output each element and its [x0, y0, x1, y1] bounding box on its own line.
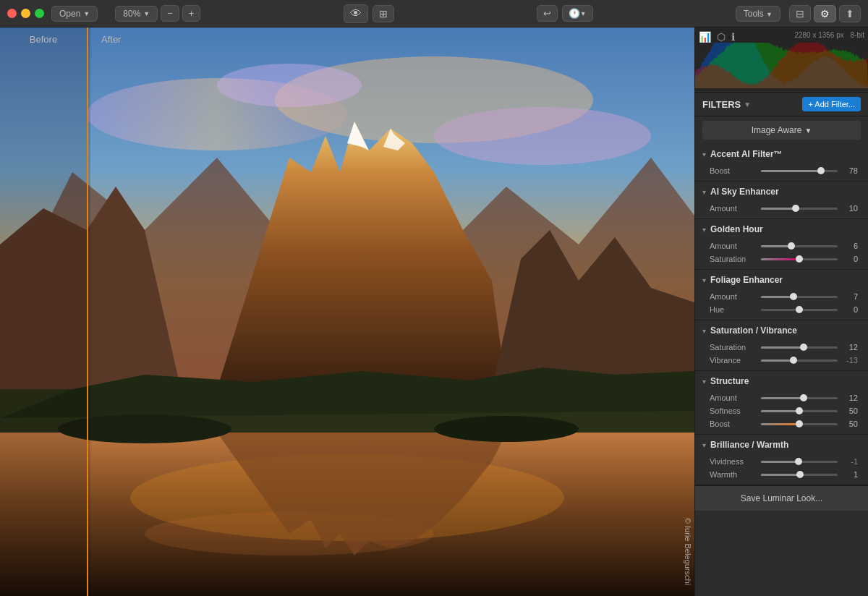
slider-track-6-1[interactable] — [761, 474, 838, 476]
slider-value-5-1: 50 — [842, 406, 858, 415]
slider-value-6-0: -1 — [842, 457, 858, 466]
slider-value-2-0: 6 — [842, 242, 858, 250]
slider-track-4-0[interactable] — [761, 346, 838, 349]
panel-header: FILTERS ▼ + Add Filter... — [695, 93, 868, 116]
section-header-2[interactable]: ▾Golden Hour — [695, 219, 868, 239]
slider-track-3-1[interactable] — [761, 309, 838, 311]
filter-section-1: ▾AI Sky EnhancerAmount10 — [695, 182, 868, 219]
slider-row-4-0: Saturation12 — [695, 341, 868, 354]
zoom-button[interactable]: 80% ▼ — [115, 6, 158, 22]
slider-value-0-0: 78 — [842, 166, 858, 175]
maximize-button[interactable] — [35, 9, 44, 18]
slider-label-2-0: Amount — [710, 242, 757, 250]
photo-canvas[interactable] — [0, 27, 694, 596]
history-button[interactable]: 🕐 ▼ — [562, 5, 593, 22]
svg-point-5 — [217, 64, 362, 107]
split-divider[interactable] — [87, 27, 88, 596]
slider-row-0-0: Boost78 — [695, 164, 868, 177]
slider-label-5-2: Boost — [710, 420, 757, 428]
slider-thumb-4-1[interactable] — [790, 357, 797, 364]
section-chevron-2: ▾ — [702, 226, 706, 234]
zoom-in-button[interactable]: + — [182, 5, 201, 22]
slider-label-4-0: Saturation — [710, 343, 757, 352]
slider-row-4-1: Vibrance-13 — [695, 354, 868, 367]
add-filter-button[interactable]: + Add Filter... — [802, 97, 861, 111]
slider-row-5-2: Boost50 — [695, 417, 868, 430]
grid-icon-button[interactable]: ⊟ — [789, 5, 811, 22]
filters-label: FILTERS ▼ — [702, 99, 751, 110]
slider-thumb-5-2[interactable] — [796, 420, 803, 427]
slider-thumb-0-0[interactable] — [817, 167, 825, 174]
slider-value-4-1: -13 — [842, 356, 858, 365]
slider-track-5-0[interactable] — [761, 397, 838, 399]
svg-point-19 — [434, 416, 579, 442]
slider-thumb-6-1[interactable] — [796, 471, 804, 478]
slider-thumb-2-1[interactable] — [796, 255, 803, 263]
section-header-0[interactable]: ▾Accent AI Filter™ — [695, 144, 868, 164]
main-area: Before After — [0, 27, 868, 596]
section-header-1[interactable]: ▾AI Sky Enhancer — [695, 182, 868, 202]
slider-value-3-0: 7 — [842, 292, 858, 301]
section-chevron-4: ▾ — [702, 327, 706, 335]
slider-thumb-1-0[interactable] — [792, 205, 799, 212]
minimize-button[interactable] — [21, 9, 30, 18]
slider-value-5-2: 50 — [842, 420, 858, 428]
slider-track-2-1[interactable] — [761, 258, 838, 260]
slider-row-2-0: Amount6 — [695, 239, 868, 252]
slider-thumb-4-0[interactable] — [800, 344, 807, 351]
open-button[interactable]: Open ▼ — [51, 6, 98, 22]
eye-button[interactable]: 👁 — [344, 4, 368, 23]
close-button[interactable] — [7, 9, 17, 18]
compare-button[interactable]: ⊞ — [373, 5, 394, 22]
section-header-4[interactable]: ▾Saturation / Vibrance — [695, 320, 868, 341]
undo-button[interactable]: ↩ — [537, 5, 558, 22]
slider-row-5-0: Amount12 — [695, 391, 868, 404]
slider-value-3-1: 0 — [842, 305, 858, 314]
slider-track-0-0[interactable] — [761, 170, 838, 172]
slider-track-5-1[interactable] — [761, 410, 838, 412]
section-title-1: AI Sky Enhancer — [710, 187, 779, 197]
filter-section-2: ▾Golden HourAmount6Saturation0 — [695, 219, 868, 270]
slider-thumb-6-0[interactable] — [795, 458, 802, 465]
image-info: 2280 x 1356 px 8-bit — [794, 31, 864, 39]
slider-track-2-0[interactable] — [761, 245, 838, 247]
slider-thumb-3-0[interactable] — [790, 293, 797, 300]
save-luminar-look-button[interactable]: Save Luminar Look... — [695, 485, 868, 511]
export-button[interactable]: ⬆ — [839, 5, 861, 22]
slider-thumb-3-1[interactable] — [796, 306, 803, 313]
slider-track-5-2[interactable] — [761, 423, 838, 425]
slider-row-3-0: Amount7 — [695, 290, 868, 303]
section-title-5: Structure — [710, 376, 749, 386]
zoom-out-button[interactable]: − — [161, 5, 179, 22]
slider-label-3-1: Hue — [710, 305, 757, 314]
histogram-canvas — [695, 41, 868, 88]
after-label: After — [87, 30, 694, 49]
slider-track-4-1[interactable] — [761, 359, 838, 362]
tools-button[interactable]: Tools ▼ — [736, 6, 780, 22]
before-after-labels: Before After — [0, 27, 694, 51]
slider-thumb-5-1[interactable] — [796, 407, 803, 414]
section-chevron-3: ▾ — [702, 276, 706, 284]
section-header-5[interactable]: ▾Structure — [695, 371, 868, 391]
filter-section-3: ▾Foliage EnhancerAmount7Hue0 — [695, 270, 868, 320]
section-chevron-0: ▾ — [702, 150, 706, 158]
right-panel: 📊 ⬡ ℹ 2280 x 1356 px 8-bit FILTERS ▼ + A… — [694, 27, 868, 596]
slider-thumb-5-0[interactable] — [800, 394, 807, 401]
adjustments-button[interactable]: ⚙ — [814, 5, 836, 22]
slider-row-1-0: Amount10 — [695, 202, 868, 215]
section-header-6[interactable]: ▾Brilliance / Warmth — [695, 435, 868, 455]
slider-track-1-0[interactable] — [761, 208, 838, 210]
traffic-lights — [7, 9, 44, 18]
slider-thumb-2-0[interactable] — [788, 242, 795, 250]
histogram: 📊 ⬡ ℹ 2280 x 1356 px 8-bit — [695, 27, 868, 93]
slider-track-3-0[interactable] — [761, 296, 838, 298]
slider-value-4-0: 12 — [842, 343, 858, 352]
slider-label-2-1: Saturation — [710, 255, 757, 263]
section-title-4: Saturation / Vibrance — [710, 325, 797, 336]
section-header-3[interactable]: ▾Foliage Enhancer — [695, 270, 868, 290]
slider-row-3-1: Hue0 — [695, 303, 868, 316]
slider-track-6-0[interactable] — [761, 461, 838, 463]
titlebar: Open ▼ 80% ▼ − + 👁 ⊞ ↩ 🕐 ▼ Tools ▼ ⊟ ⚙ ⬆ — [0, 0, 868, 27]
watermark: © Iurie Belegurschi — [684, 518, 692, 585]
image-aware-button[interactable]: Image Aware ▼ — [702, 121, 861, 140]
